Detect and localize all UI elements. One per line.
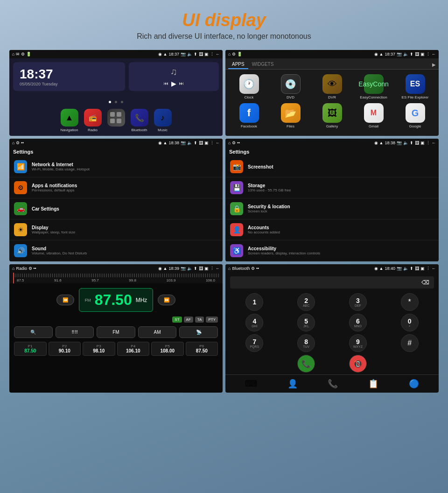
- key-3[interactable]: 3DEF: [349, 293, 367, 311]
- sound-item[interactable]: 🔊 Sound Volume, vibration, Do Not Distur…: [9, 240, 223, 261]
- apps-home-icon: ⌂: [228, 52, 231, 56]
- freq-91: 91.6: [54, 278, 62, 282]
- radio-display: ⏪ FM 87.50 MHz ⏩: [14, 288, 218, 312]
- preset-p4[interactable]: P4 106.10: [117, 342, 150, 356]
- bt-bt-btn[interactable]: 🔵: [409, 379, 419, 389]
- bluetooth-app[interactable]: 📞 Bluetooth: [131, 109, 148, 132]
- next-freq-btn[interactable]: ⏩: [158, 295, 175, 305]
- accounts-name: Accounts: [248, 225, 434, 230]
- key-0[interactable]: 0+: [401, 314, 419, 331]
- clock-widget: 18:37 05/05/2020 Tuesday: [13, 62, 125, 91]
- clock-grid-app[interactable]: 🕐 Clock: [230, 74, 268, 99]
- key-1[interactable]: 1: [245, 293, 263, 311]
- s2-up-icon: ⬆: [410, 141, 413, 145]
- play-btn[interactable]: ▶: [171, 80, 176, 87]
- key-2-alpha: ABC: [303, 304, 309, 307]
- dvr-grid-app[interactable]: 👁 DVR: [313, 74, 351, 99]
- key-9-num: 9: [356, 338, 360, 345]
- music-controls: ⏮ ▶ ⏭: [164, 80, 184, 87]
- apps-tabs: APPS WIDGETS ▶: [225, 58, 439, 70]
- key-6[interactable]: 6MNO: [349, 314, 367, 331]
- apps-status-left: ⌂ ⚙ 🔋: [228, 52, 242, 56]
- prev-freq-btn[interactable]: ⏪: [56, 295, 74, 305]
- bt-sq-icon: ▣: [420, 266, 425, 271]
- end-icon: 📵: [353, 359, 363, 368]
- easy-grid-app[interactable]: EasyConn EasyConnection: [355, 74, 392, 99]
- apps-app[interactable]: [107, 109, 125, 132]
- prev-btn[interactable]: ⏮: [164, 81, 168, 86]
- key-hash-sym: #: [407, 339, 412, 347]
- google-grid-app[interactable]: G Google: [396, 103, 434, 128]
- music-note-icon: ♫: [170, 66, 177, 77]
- key-hash[interactable]: #: [401, 334, 419, 352]
- accessibility-text: Accessibility Screen readers, display, i…: [248, 246, 434, 255]
- next-btn[interactable]: ⏭: [179, 81, 184, 86]
- es-grid-app[interactable]: ES ES File Explorer: [396, 74, 434, 99]
- security-icon: 🔒: [230, 202, 243, 215]
- apps-tab-widgets[interactable]: WIDGETS: [248, 60, 278, 69]
- files-grid-app[interactable]: 📂 Files: [272, 103, 309, 128]
- preset-p2[interactable]: P2 90.10: [49, 342, 81, 356]
- preset-p3[interactable]: P3 98.10: [83, 342, 115, 356]
- security-item[interactable]: 🔒 Security & location Screen lock: [225, 198, 439, 219]
- end-call-btn[interactable]: 📵: [349, 355, 367, 373]
- key-star[interactable]: *: [401, 293, 419, 311]
- key-9[interactable]: 9WXYZ: [349, 334, 367, 352]
- accessibility-item[interactable]: ♿ Accessibility Screen readers, display,…: [225, 240, 439, 261]
- am-btn[interactable]: AM: [138, 326, 177, 338]
- radio-controls: 🔍 ⠿⠿ FM AM 📡: [14, 326, 218, 338]
- accounts-item[interactable]: 👤 Accounts No accounts added: [225, 219, 439, 240]
- call-btn[interactable]: 📞: [297, 355, 315, 373]
- key-2[interactable]: 2ABC: [297, 293, 315, 311]
- screenshot-item[interactable]: 📸 Screenshot: [225, 156, 439, 177]
- network-item[interactable]: 📶 Network & Internet Wi-Fi, Mobile, Data…: [9, 156, 223, 177]
- r-back-icon: ←: [216, 266, 220, 271]
- bt-notes-btn[interactable]: 📋: [368, 379, 378, 389]
- bt-calls-btn[interactable]: 📞: [328, 379, 338, 389]
- freq-display-box: FM 87.50 MHz: [79, 288, 154, 312]
- key-4[interactable]: 4GHI: [245, 314, 263, 331]
- preset-p3-label: P3: [85, 344, 113, 348]
- preset-p1[interactable]: P1 87.50: [14, 342, 47, 356]
- storage-name: Storage: [248, 183, 434, 188]
- gmail-app-icon: M: [364, 103, 384, 123]
- gmail-app-label: Gmail: [369, 124, 378, 128]
- fb-grid-app[interactable]: f Facebook: [230, 103, 268, 128]
- music-app[interactable]: ♪ Music: [154, 109, 172, 132]
- keyboard-icon: ⌨: [245, 379, 257, 389]
- preset-p6[interactable]: P6 87.50: [186, 342, 218, 356]
- gmail-grid-app[interactable]: M Gmail: [355, 103, 392, 128]
- vol-icon: 🔈: [187, 52, 192, 56]
- storage-item[interactable]: 💾 Storage 13% used - 55.75 GB free: [225, 177, 439, 198]
- fm-btn[interactable]: FM: [97, 326, 135, 338]
- radio-app-icon: 📻: [84, 109, 102, 127]
- apps-back-icon: ←: [432, 52, 436, 56]
- key-5[interactable]: 5JKL: [297, 314, 315, 331]
- apps-notif-item[interactable]: ⚙ Apps & notifications Permissions, defa…: [9, 177, 223, 198]
- gallery-grid-app[interactable]: 🖼 Gallery: [313, 103, 351, 128]
- gear-icon: ⚙: [21, 52, 25, 56]
- display-name: Display: [32, 225, 218, 230]
- bt-contacts-btn[interactable]: 👤: [287, 379, 298, 389]
- display-item[interactable]: ☀ Display Wallpaper, sleep, font size: [9, 219, 223, 240]
- r-up-icon: ⬆: [194, 266, 197, 271]
- home-widgets: 18:37 05/05/2020 Tuesday ♫ ⏮ ▶ ⏭: [13, 62, 219, 91]
- s1-loc-icon: ◉: [158, 141, 162, 145]
- key-7[interactable]: 7PQRS: [245, 334, 263, 352]
- scan-btn[interactable]: ⠿⠿: [56, 326, 94, 338]
- bt-keyboard-btn[interactable]: ⌨: [245, 379, 257, 389]
- car-item[interactable]: 🚗 Car Settings: [9, 198, 223, 219]
- bt-backspace-btn[interactable]: ⌫: [421, 279, 429, 286]
- apps-tab-apps[interactable]: APPS: [228, 60, 248, 69]
- radio-app[interactable]: 📻 Radio: [84, 109, 102, 132]
- antenna-btn[interactable]: 📡: [179, 326, 218, 338]
- dvd-grid-app[interactable]: 💿 DVD: [272, 74, 309, 99]
- search-btn[interactable]: 🔍: [14, 326, 53, 338]
- key-8-alpha: TUV: [303, 345, 309, 348]
- s1-sq-icon: ▣: [204, 141, 209, 145]
- nav-app[interactable]: ▲ Navigation: [61, 109, 78, 132]
- s1-time: 18:38: [168, 141, 179, 145]
- preset-p5[interactable]: P5 108.00: [151, 342, 184, 356]
- r-wifi-icon: ▲: [163, 266, 168, 271]
- key-8[interactable]: 8TUV: [297, 334, 315, 352]
